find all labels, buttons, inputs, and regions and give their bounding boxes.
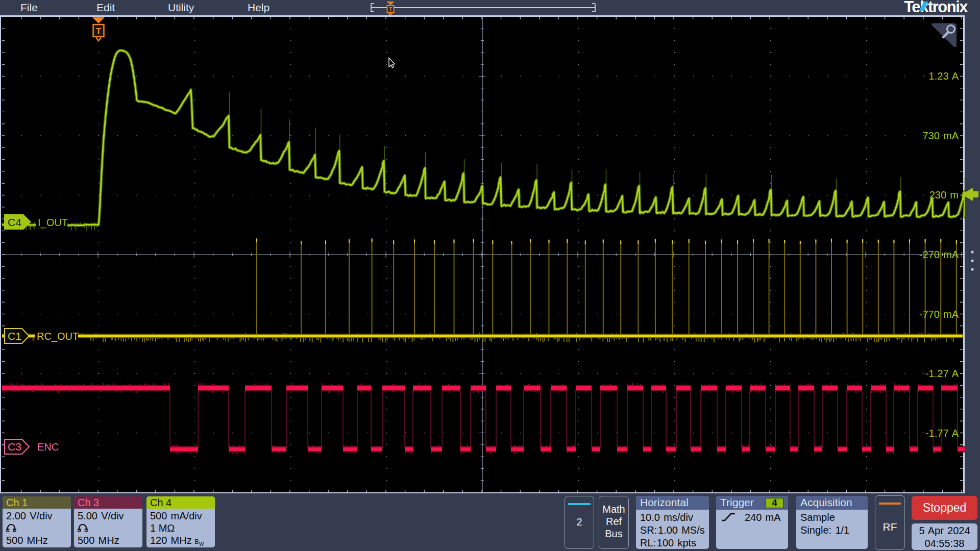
svg-text:T: T xyxy=(96,27,102,36)
svg-text:-770 mA: -770 mA xyxy=(919,309,959,320)
svg-text:ENC: ENC xyxy=(37,441,59,453)
svg-text:T: T xyxy=(389,6,393,12)
svg-text:-270 mA: -270 mA xyxy=(919,249,959,260)
svg-text:230 m: 230 m xyxy=(929,189,959,201)
svg-text:I_OUT: I_OUT xyxy=(38,217,68,229)
svg-text:1.23 A: 1.23 A xyxy=(929,70,959,82)
svg-text:730 mA: 730 mA xyxy=(922,130,959,141)
svg-text:-1.27 A: -1.27 A xyxy=(925,368,959,379)
svg-text:-1.77 A: -1.77 A xyxy=(925,428,959,439)
svg-text:RC_OUT: RC_OUT xyxy=(37,331,79,342)
svg-text:C4: C4 xyxy=(8,216,21,228)
svg-text:C1: C1 xyxy=(8,330,21,342)
svg-text:C3: C3 xyxy=(8,441,21,453)
